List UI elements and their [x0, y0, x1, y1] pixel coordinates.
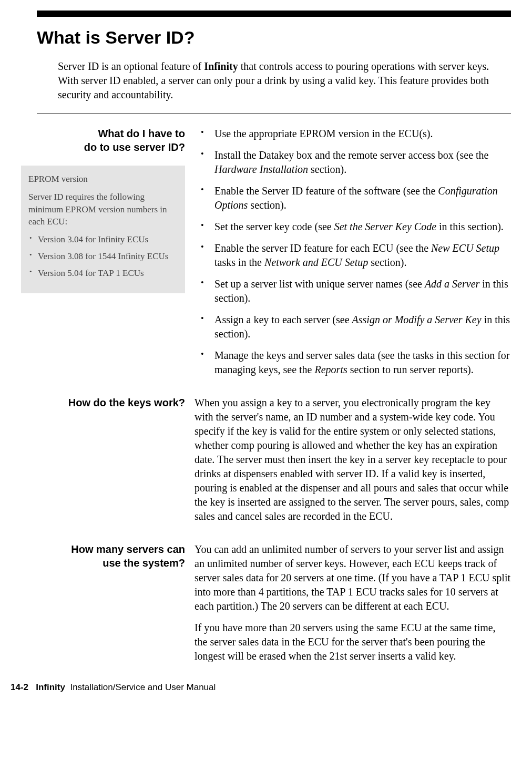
section-how-keys-work: How do the keys work? When you assign a …: [11, 396, 511, 531]
page-footer: 14-2 Infinity Installation/Service and U…: [11, 682, 511, 693]
section-what-to-do: What do I have to do to use server ID? E…: [11, 127, 511, 384]
instruction-list: Use the appropriate EPROM version in the…: [195, 127, 511, 377]
subhead-line2: do to use server ID?: [84, 141, 185, 153]
intro-pre: Server ID is an optional feature of: [58, 60, 204, 72]
list-item: Install the Datakey box and the remote s…: [195, 148, 511, 177]
subhead-line1: What do I have to: [98, 128, 185, 139]
right-column: When you assign a key to a server, you e…: [195, 396, 511, 531]
eprom-sidebox: EPROM version Server ID requires the fol…: [21, 166, 185, 293]
intro-paragraph: Server ID is an optional feature of Infi…: [58, 59, 511, 102]
left-column: How do the keys work?: [11, 396, 195, 531]
left-column: How many servers can use the system?: [11, 542, 195, 671]
sidebox-list: Version 3.04 for Infinity ECUs Version 3…: [28, 233, 178, 279]
subheading-how-keys-work: How do the keys work?: [11, 396, 185, 409]
right-column: You can add an unlimited number of serve…: [195, 542, 511, 671]
subhead-line1: How many servers can: [71, 543, 185, 555]
sidebox-text: Server ID requires the following minimum…: [28, 191, 178, 228]
right-column: Use the appropriate EPROM version in the…: [195, 127, 511, 384]
body-paragraph: You can add an unlimited number of serve…: [195, 542, 511, 613]
body-paragraph: When you assign a key to a server, you e…: [195, 396, 511, 523]
subheading-how-many-servers: How many servers can use the system?: [11, 542, 185, 570]
intro-bold: Infinity: [204, 60, 238, 72]
list-item: Manage the keys and server sales data (s…: [195, 348, 511, 377]
left-column: What do I have to do to use server ID? E…: [11, 127, 195, 384]
sidebox-title: EPROM version: [28, 173, 178, 186]
header-rule: [37, 11, 511, 17]
list-item: Assign a key to each server (see Assign …: [195, 313, 511, 341]
sidebox-item: Version 3.04 for Infinity ECUs: [28, 233, 178, 246]
list-item: Enable the server ID feature for each EC…: [195, 241, 511, 270]
list-item: Use the appropriate EPROM version in the…: [195, 127, 511, 141]
body-paragraph: If you have more than 20 servers using t…: [195, 621, 511, 663]
footer-product: Infinity: [36, 682, 65, 692]
sidebox-item: Version 5.04 for TAP 1 ECUs: [28, 267, 178, 280]
subhead-line2: use the system?: [103, 557, 185, 569]
footer-manual-title: Installation/Service and User Manual: [70, 682, 216, 692]
section-how-many-servers: How many servers can use the system? You…: [11, 542, 511, 671]
page-title: What is Server ID?: [37, 27, 511, 48]
horizontal-rule: [37, 114, 511, 114]
list-item: Enable the Server ID feature of the soft…: [195, 184, 511, 212]
footer-page-number: 14-2: [11, 682, 28, 692]
subheading-what-to-do: What do I have to do to use server ID?: [11, 127, 185, 154]
list-item: Set the server key code (see Set the Ser…: [195, 220, 511, 234]
list-item: Set up a server list with unique server …: [195, 277, 511, 305]
sidebox-item: Version 3.08 for 1544 Infinity ECUs: [28, 250, 178, 263]
